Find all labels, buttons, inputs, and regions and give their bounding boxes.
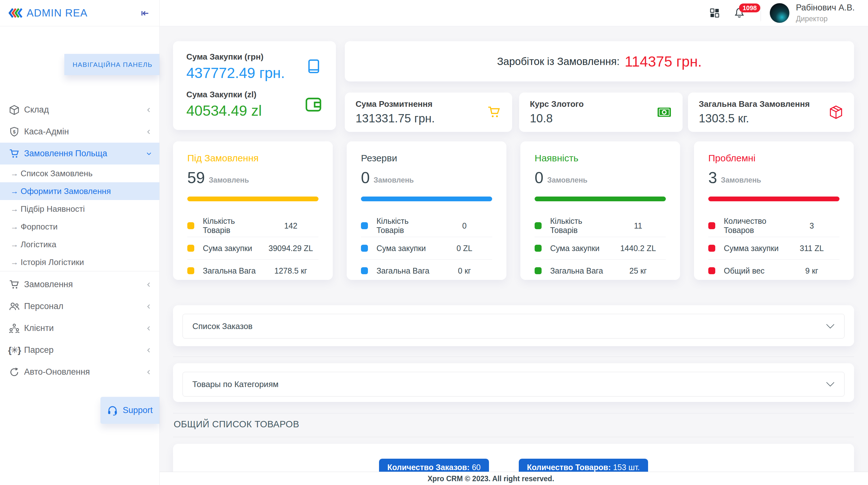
header-divider — [761, 5, 761, 21]
orders-accordion-label: Список Заказов — [192, 322, 826, 331]
status-card-rezervy: Резерви 0 Замовлень Кількість Товарів 0 … — [347, 141, 506, 280]
sidebar-item-label: Замовлення Польща — [24, 149, 107, 158]
notifications-bell-icon[interactable]: 1098 — [734, 7, 745, 19]
purchase-zl-label: Сума Закупки (zl) — [186, 90, 262, 99]
chevron-left-icon — [146, 107, 152, 113]
arrow-right-icon: → — [10, 205, 20, 214]
sidebar-menu: Склад $ Каса-Адмін — [0, 99, 159, 383]
categories-accordion-label: Товары по Категориям — [192, 380, 826, 389]
status-card-problemni: Проблемні 3 Замовлень Количество Товаров… — [694, 141, 854, 280]
chevron-left-icon — [146, 129, 152, 135]
sidebar-item-zamovlennya[interactable]: Замовлення — [0, 274, 159, 296]
categories-accordion-header[interactable]: Товары по Категориям — [183, 372, 844, 397]
apps-grid-icon[interactable] — [710, 8, 719, 18]
main-content: Сума Закупки (грн) 437772.49 грн. Сума З… — [159, 26, 868, 485]
sidebar-item-sklad[interactable]: Склад — [0, 99, 159, 121]
total-weight-value: 1303.5 кг. — [699, 112, 810, 125]
bullet-square — [187, 222, 194, 229]
section-divider — [173, 357, 854, 357]
sidebar-item-avto-onovlennya[interactable]: Авто-Оновлення — [0, 361, 159, 383]
user-avatar[interactable] — [770, 3, 789, 23]
stat-row: Количество Товаров 3 — [708, 215, 839, 237]
top-header: 1098 Рабінович А.В. Директор — [159, 0, 868, 26]
sidebar-subitem-logistika[interactable]: → Логістика — [0, 236, 159, 253]
chevron-left-icon — [146, 326, 152, 331]
status-card-title: Наявність — [535, 153, 666, 163]
sidebar-item-personal[interactable]: Персонал — [0, 296, 159, 317]
status-card-count: 3 — [708, 170, 717, 186]
bullet-square — [187, 245, 194, 252]
total-weight-label: Загальна Вага Замовлення — [699, 99, 810, 109]
sidebar-subitem-spisok-zamovlen[interactable]: → Список Замовлень — [0, 164, 159, 182]
customs-sum-card: Сума Розмитнення 131331.75 грн. — [345, 93, 512, 132]
sidebar-item-klienti[interactable]: Клієнти — [0, 317, 159, 339]
purchase-uah-value: 437772.49 грн. — [186, 64, 285, 82]
total-weight-card: Загальна Вага Замовлення 1303.5 кг. — [688, 93, 854, 132]
stat-row: Кількість Товарів 142 — [187, 215, 318, 237]
orders-count-value: 60 — [472, 463, 481, 472]
sidebar-item-label: Клієнти — [24, 323, 54, 333]
status-card-nayavnist: Наявність 0 Замовлень Кількість Товарів … — [520, 141, 680, 280]
arrow-right-icon: → — [10, 258, 20, 267]
sidebar-submenu: → Список Замовлень → Оформити Замовлення… — [0, 164, 159, 271]
orders-accordion-header[interactable]: Список Заказов — [183, 314, 844, 338]
earnings-value: 114375 грн. — [625, 53, 702, 70]
status-card-count: 0 — [361, 170, 370, 186]
section-divider — [173, 437, 854, 437]
orders-count-label: Количество Заказов: — [387, 463, 470, 472]
footer-copyright: Xpro CRM © 2023. All right reserved. — [428, 475, 554, 483]
box-icon — [8, 104, 20, 116]
bullet-square — [535, 222, 541, 229]
cart-icon — [8, 148, 20, 159]
stat-row: Кількість Товарів 0 — [361, 215, 492, 237]
stat-row: Загальна Вага 0 кг — [361, 260, 492, 282]
support-button[interactable]: Support — [100, 397, 159, 424]
footer-bar: Xpro CRM © 2023. All right reserved. — [159, 472, 868, 485]
bullet-square — [535, 267, 541, 274]
arrow-right-icon: → — [10, 169, 20, 178]
sidebar-item-parser[interactable]: {✳} Парсер — [0, 339, 159, 361]
wallet-icon — [304, 96, 322, 113]
bullet-square — [361, 267, 368, 274]
status-card-title: Під Замовлення — [187, 153, 318, 163]
zloty-rate-label: Курс Злотого — [530, 99, 584, 109]
notification-count-badge: 1098 — [739, 3, 760, 12]
sidebar-collapse-icon[interactable] — [139, 8, 151, 19]
sidebar-subitem-forposti[interactable]: → Форпости — [0, 218, 159, 236]
headset-icon — [107, 405, 118, 416]
sidebar-item-kasa-admin[interactable]: $ Каса-Адмін — [0, 121, 159, 143]
sidebar-item-label: Парсер — [24, 345, 54, 355]
sidebar-subitem-label: Підбір Наявності — [21, 204, 85, 214]
card-blue-icon — [305, 58, 322, 76]
stat-row: Общий вес 9 кг — [708, 260, 839, 282]
user-info[interactable]: Рабінович А.В. Директор — [796, 3, 855, 24]
orders-accordion-card: Список Заказов — [173, 305, 854, 346]
products-section-heading: ОБЩИЙ СПИСОК ТОВАРОВ — [174, 419, 299, 429]
stat-row: Сума закупки 39094.29 ZL — [187, 237, 318, 260]
progress-bar — [187, 196, 318, 201]
chevron-left-icon — [146, 282, 152, 287]
stat-row: Сума закупки 1440.2 ZL — [535, 237, 666, 260]
purchase-sums-card: Сума Закупки (грн) 437772.49 грн. Сума З… — [173, 41, 336, 130]
sidebar-subitem-label: Оформити Замовлення — [21, 186, 111, 196]
braces-asterisk-icon: {✳} — [8, 345, 20, 355]
customs-sum-label: Сума Розмитнення — [355, 99, 435, 109]
status-card-count-suffix: Замовлень — [547, 176, 588, 186]
sidebar-subitem-oformiti-zamovlennya[interactable]: → Оформити Замовлення — [0, 182, 159, 200]
bullet-square — [708, 245, 715, 252]
logo-chevrons-icon — [8, 7, 23, 19]
sidebar-subitem-pidbir-nayavnosti[interactable]: → Підбір Наявності — [0, 200, 159, 218]
status-card-count: 0 — [535, 170, 544, 186]
arrow-right-icon: → — [10, 187, 20, 196]
bullet-square — [187, 267, 194, 274]
sidebar-subitem-istoriya-logistiki[interactable]: → Історія Логістики — [0, 253, 159, 271]
sidebar-subitem-label: Список Замовлень — [21, 169, 93, 179]
sidebar-item-zamovlennya-polshcha[interactable]: Замовлення Польща — [0, 143, 159, 164]
chevron-down-icon — [826, 324, 835, 329]
zloty-rate-card: Курс Злотого 10.8 — [519, 93, 683, 132]
chevron-left-icon — [146, 347, 152, 353]
bullet-square — [361, 245, 368, 252]
arrow-right-icon: → — [10, 222, 20, 232]
sidebar-item-label: Замовлення — [24, 280, 73, 290]
chevron-down-icon — [146, 151, 152, 157]
